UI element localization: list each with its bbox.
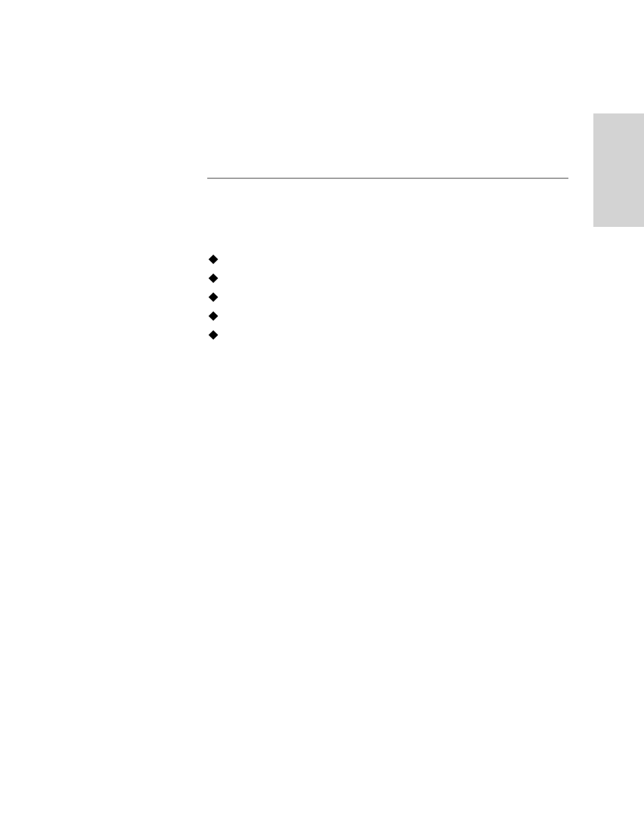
content-area (207, 178, 568, 344)
side-tab (593, 113, 644, 227)
diamond-bullet-icon (209, 330, 218, 340)
diamond-bullet-icon (209, 292, 218, 302)
list-item (210, 269, 568, 288)
bullet-list (210, 250, 568, 344)
diamond-bullet-icon (209, 311, 218, 321)
list-item (210, 288, 568, 307)
list-item (210, 307, 568, 325)
diamond-bullet-icon (209, 273, 218, 283)
horizontal-rule (207, 178, 568, 179)
diamond-bullet-icon (209, 255, 218, 264)
list-item (210, 250, 568, 269)
list-item (210, 325, 568, 344)
